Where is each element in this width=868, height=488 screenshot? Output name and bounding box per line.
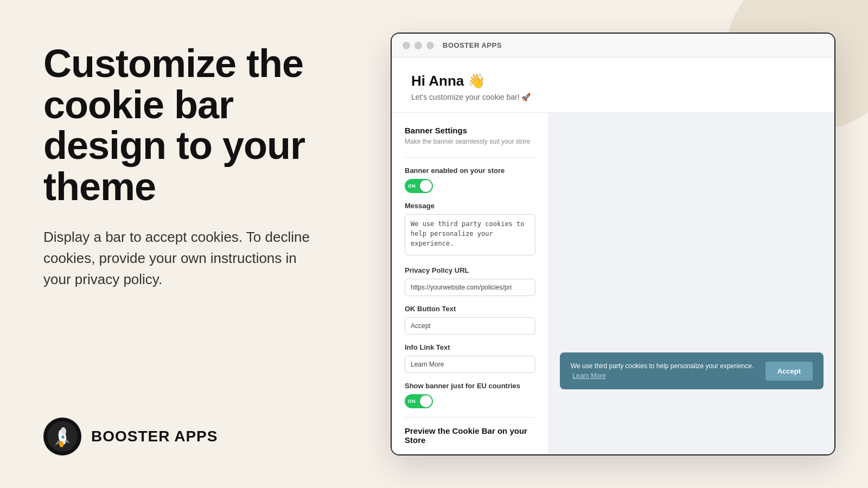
- app-greeting: Hi Anna 👋: [411, 73, 815, 89]
- browser-brand-label: BOOSTER APPS: [443, 41, 502, 49]
- browser-dot-2: [414, 42, 422, 49]
- browser-dot-1: [403, 42, 410, 49]
- cookie-banner-preview: We use third party cookies to help perso…: [560, 352, 824, 389]
- eu-toggle-container: ON: [405, 394, 535, 408]
- browser-dots: [403, 42, 434, 49]
- logo-area: BOOSTER APPS: [43, 418, 326, 455]
- settings-panel: Banner Settings Make the banner seamless…: [392, 113, 549, 454]
- eu-toggle-on-text: ON: [408, 399, 416, 404]
- banner-enabled-toggle-container: ON: [405, 179, 535, 193]
- message-textarea[interactable]: We use third party cookies to help perso…: [405, 214, 535, 255]
- banner-enabled-label: Banner enabled on your store: [405, 166, 535, 175]
- cookie-accept-button[interactable]: Accept: [765, 362, 813, 381]
- app-header: Hi Anna 👋 Let's customize your cookie ba…: [392, 57, 834, 113]
- ok-button-text-input[interactable]: [405, 317, 535, 335]
- privacy-url-input[interactable]: [405, 279, 535, 296]
- toggle-knob: [420, 180, 432, 192]
- browser-chrome: BOOSTER APPS: [392, 34, 834, 57]
- info-link-text-input[interactable]: [405, 356, 535, 373]
- section-desc: Make the banner seamlessly suit your sto…: [405, 137, 535, 146]
- eu-label: Show banner just for EU countries: [405, 382, 535, 390]
- preview-panel: We use third party cookies to help perso…: [549, 113, 834, 454]
- cookie-message-text: We use third party cookies to help perso…: [571, 362, 754, 370]
- ok-button-text-label: OK Button Text: [405, 305, 535, 313]
- app-greeting-sub: Let's customize your cookie bar! 🚀: [411, 93, 815, 101]
- banner-enabled-toggle[interactable]: ON: [405, 179, 433, 193]
- booster-apps-logo-icon: [43, 418, 81, 455]
- right-panel: BOOSTER APPS Hi Anna 👋 Let's customize y…: [363, 0, 868, 488]
- eu-toggle-knob: [420, 395, 432, 407]
- app-body: Banner Settings Make the banner seamless…: [392, 113, 834, 454]
- divider-1: [405, 157, 535, 158]
- section-title: Banner Settings: [405, 126, 535, 135]
- hero-content: Customize the cookie bar design to your …: [43, 43, 326, 290]
- divider-2: [405, 417, 535, 418]
- browser-dot-3: [426, 42, 434, 49]
- preview-section-title: Preview the Cookie Bar on your Store: [405, 426, 535, 445]
- cookie-message: We use third party cookies to help perso…: [571, 361, 757, 381]
- eu-toggle[interactable]: ON: [405, 394, 433, 408]
- toggle-on-text: ON: [408, 183, 416, 189]
- cookie-learn-more-link[interactable]: Learn More: [572, 372, 605, 380]
- message-label: Message: [405, 202, 535, 210]
- browser-mockup: BOOSTER APPS Hi Anna 👋 Let's customize y…: [391, 33, 835, 455]
- left-panel: Customize the cookie bar design to your …: [0, 0, 363, 488]
- info-link-text-label: Info Link Text: [405, 343, 535, 351]
- privacy-url-label: Privacy Policy URL: [405, 266, 535, 274]
- hero-title: Customize the cookie bar design to your …: [43, 43, 326, 207]
- logo-text: BOOSTER APPS: [91, 428, 218, 445]
- hero-subtitle: Display a bar to accept cookies. To decl…: [43, 227, 315, 290]
- browser-content: Hi Anna 👋 Let's customize your cookie ba…: [392, 57, 834, 454]
